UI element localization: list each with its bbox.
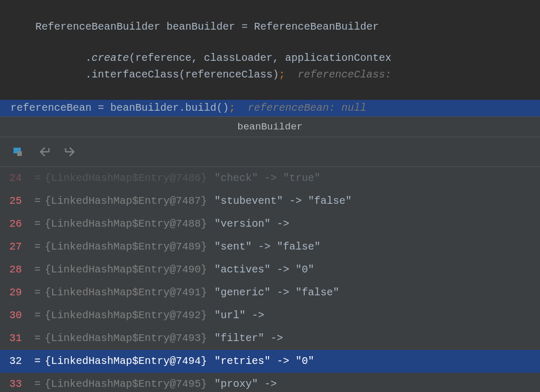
entry-class: {LinkedHashMap$Entry@7494} bbox=[45, 354, 207, 369]
indent bbox=[10, 69, 85, 81]
entry-value: "url" -> bbox=[207, 308, 264, 323]
entry-value: "version" -> bbox=[207, 217, 289, 231]
entry-index: 30 bbox=[9, 308, 30, 323]
new-watch-icon[interactable] bbox=[12, 145, 27, 159]
svg-rect-1 bbox=[17, 151, 22, 156]
entry-row[interactable]: 31={LinkedHashMap$Entry@7493}"filter" -> bbox=[0, 327, 540, 350]
entry-value: "check" -> "true" bbox=[207, 171, 320, 186]
entry-row[interactable]: 33={LinkedHashMap$Entry@7495}"proxy" -> bbox=[0, 373, 540, 392]
debugger-title: beanBuilder bbox=[0, 117, 540, 137]
entry-index: 31 bbox=[9, 331, 30, 346]
entry-class: {LinkedHashMap$Entry@7495} bbox=[45, 377, 207, 391]
code-line-current[interactable]: referenceBean = beanBuilder.build(); ref… bbox=[0, 100, 540, 116]
entry-row[interactable]: 32={LinkedHashMap$Entry@7494}"retries" -… bbox=[0, 350, 540, 373]
entry-row[interactable]: 28={LinkedHashMap$Entry@7490}"actives" -… bbox=[0, 258, 540, 281]
method-build: build bbox=[185, 102, 216, 114]
entry-class: {LinkedHashMap$Entry@7487} bbox=[45, 194, 207, 208]
nav-back-icon[interactable] bbox=[37, 145, 52, 159]
entry-value: "proxy" -> bbox=[207, 377, 277, 391]
entry-class: {LinkedHashMap$Entry@7489} bbox=[45, 240, 207, 254]
entry-equals: = bbox=[30, 240, 45, 254]
entry-row[interactable]: 24={LinkedHashMap$Entry@7486}"check" -> … bbox=[0, 167, 540, 190]
debugger-entries[interactable]: 24={LinkedHashMap$Entry@7486}"check" -> … bbox=[0, 167, 540, 392]
inline-hint: referenceClass: bbox=[285, 69, 391, 81]
entry-equals: = bbox=[30, 308, 45, 323]
entry-equals: = bbox=[30, 331, 45, 346]
equals: = bbox=[241, 21, 248, 33]
code-line-3[interactable]: .interfaceClass(referenceClass); referen… bbox=[0, 67, 540, 83]
debugger-toolbar bbox=[0, 137, 540, 167]
entry-equals: = bbox=[30, 285, 45, 300]
entry-index: 27 bbox=[9, 240, 30, 254]
code-line-1[interactable]: ReferenceBeanBuilder beanBuilder = Refer… bbox=[0, 4, 540, 50]
type-name: ReferenceBeanBuilder bbox=[35, 21, 160, 33]
entry-row[interactable]: 30={LinkedHashMap$Entry@7492}"url" -> bbox=[0, 304, 540, 327]
code-line-2[interactable]: .create(reference, classLoader, applicat… bbox=[0, 50, 540, 67]
builder-var: beanBuilder bbox=[110, 102, 179, 114]
entry-equals: = bbox=[30, 354, 45, 369]
entry-equals: = bbox=[30, 171, 45, 186]
entry-value: "retries" -> "0" bbox=[207, 354, 314, 369]
code-editor[interactable]: ReferenceBeanBuilder beanBuilder = Refer… bbox=[0, 0, 540, 116]
entry-class: {LinkedHashMap$Entry@7493} bbox=[45, 331, 207, 346]
entry-index: 26 bbox=[9, 217, 30, 231]
entry-equals: = bbox=[30, 194, 45, 208]
entry-class: {LinkedHashMap$Entry@7486} bbox=[45, 171, 207, 186]
method-create: create bbox=[92, 52, 129, 64]
args: (referenceClass) bbox=[179, 69, 279, 81]
variable: referenceBean bbox=[10, 102, 92, 114]
entry-index: 29 bbox=[9, 285, 30, 300]
entry-value: "sent" -> "false" bbox=[207, 240, 320, 254]
entry-index: 32 bbox=[9, 354, 30, 369]
nav-forward-icon[interactable] bbox=[62, 145, 77, 159]
args: (reference, classLoader, applicationCont… bbox=[129, 52, 391, 64]
variable: beanBuilder bbox=[166, 21, 235, 33]
dot: . bbox=[85, 69, 92, 81]
dot: . bbox=[85, 52, 92, 64]
entry-value: "generic" -> "false" bbox=[207, 285, 339, 300]
entry-equals: = bbox=[30, 217, 45, 231]
entry-row[interactable]: 27={LinkedHashMap$Entry@7489}"sent" -> "… bbox=[0, 236, 540, 258]
entry-value: "filter" -> bbox=[207, 331, 283, 346]
entry-row[interactable]: 29={LinkedHashMap$Entry@7491}"generic" -… bbox=[0, 281, 540, 304]
entry-row[interactable]: 26={LinkedHashMap$Entry@7488}"version" -… bbox=[0, 213, 540, 236]
entry-index: 28 bbox=[9, 263, 30, 277]
entry-equals: = bbox=[30, 377, 45, 391]
entry-class: {LinkedHashMap$Entry@7488} bbox=[45, 217, 207, 231]
equals: = bbox=[92, 102, 110, 114]
entry-index: 24 bbox=[9, 171, 30, 186]
entry-index: 25 bbox=[9, 194, 30, 208]
entry-value: "stubevent" -> "false" bbox=[207, 194, 352, 208]
entry-value: "actives" -> "0" bbox=[207, 263, 314, 277]
debugger-panel: beanBuilder 24={LinkedHashMap$Entry@7486… bbox=[0, 116, 540, 392]
entry-class: {LinkedHashMap$Entry@7492} bbox=[45, 308, 207, 323]
entry-row[interactable]: 25={LinkedHashMap$Entry@7487}"stubevent"… bbox=[0, 190, 540, 213]
dot: . bbox=[179, 102, 185, 114]
entry-equals: = bbox=[30, 263, 45, 277]
indent bbox=[10, 52, 85, 64]
type-name: ReferenceBeanBuilder bbox=[254, 21, 379, 33]
semicolon: ; bbox=[279, 69, 285, 81]
entry-class: {LinkedHashMap$Entry@7491} bbox=[45, 285, 207, 300]
entry-class: {LinkedHashMap$Entry@7490} bbox=[45, 263, 207, 277]
code-line-blank[interactable] bbox=[0, 83, 540, 100]
method-interfaceclass: interfaceClass bbox=[92, 69, 179, 81]
semicolon: ; bbox=[229, 102, 235, 114]
entry-index: 33 bbox=[9, 377, 30, 391]
args: () bbox=[216, 102, 229, 114]
inline-hint: referenceBean: null bbox=[235, 102, 366, 114]
